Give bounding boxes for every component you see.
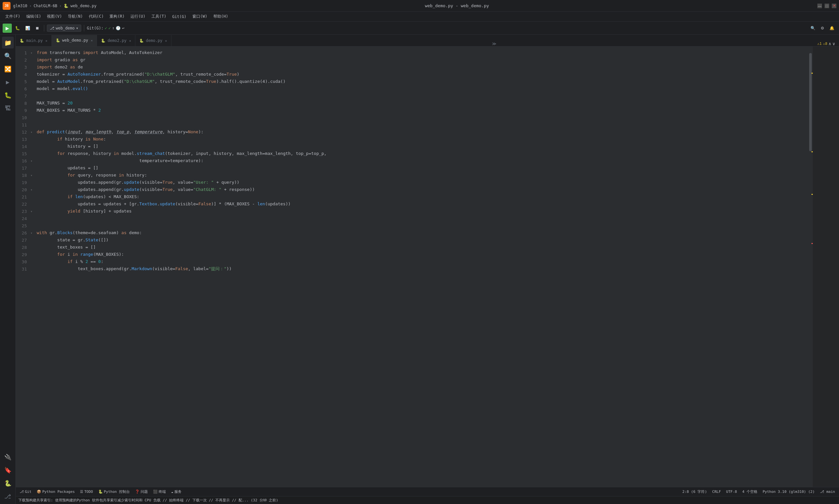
branch-selector[interactable]: ⎇ web_demo ▾	[47, 24, 81, 32]
python-pkg-item[interactable]: 📦 Python Packages	[35, 489, 76, 494]
fold-indicator-12[interactable]: ▾	[29, 130, 34, 134]
menu-refactor[interactable]: 重构(R)	[107, 13, 127, 20]
code-editor[interactable]: from transformers import AutoModel, Auto…	[34, 47, 808, 487]
code-line[interactable]: if len(updates) < MAX_BOXES:	[34, 193, 808, 200]
code-line[interactable]: history = []	[34, 143, 808, 150]
toolbar-coverage-button[interactable]: 📊	[23, 24, 32, 32]
line-separator[interactable]: CRLF	[711, 489, 722, 494]
scrollbar-thumb[interactable]	[809, 53, 812, 151]
notifications-button[interactable]: 🔔	[827, 24, 836, 32]
git-branch-indicator[interactable]: ⎇ main	[819, 489, 836, 494]
indent-setting[interactable]: 4 个空格	[741, 489, 759, 495]
menu-code[interactable]: 代码(C)	[86, 13, 106, 20]
activity-python-icon[interactable]: 🐍	[2, 477, 14, 489]
python-version[interactable]: Python 3.10 (glm310) (2)	[761, 489, 816, 494]
code-line[interactable]: with gr.Blocks(theme=de.seafoam) as demo…	[34, 229, 808, 236]
code-line[interactable]	[34, 92, 808, 100]
menu-help[interactable]: 帮助(H)	[211, 13, 231, 20]
run-button[interactable]: ▶	[3, 23, 12, 33]
code-line[interactable]: model = model.eval()	[34, 85, 808, 92]
errors-nav-up[interactable]: ∧	[828, 41, 831, 46]
menu-window[interactable]: 窗口(W)	[190, 13, 210, 20]
python-console-item[interactable]: 🐍 Python 控制台	[97, 489, 131, 495]
code-line[interactable]: for query, response in history:	[34, 172, 808, 179]
code-line[interactable]: def predict(input, max_length, top_p, te…	[34, 128, 808, 136]
code-line[interactable]: from transformers import AutoModel, Auto…	[34, 49, 808, 56]
git-history-icon[interactable]: 🕐	[116, 26, 121, 31]
services-item[interactable]: ☁ 服务	[170, 489, 183, 495]
code-line[interactable]: if i % 2 == 0:	[34, 258, 808, 265]
code-line[interactable]: for response, history in model.stream_ch…	[34, 150, 808, 157]
menu-file[interactable]: 文件(F)	[3, 13, 23, 20]
code-line[interactable]: MAX_BOXES = MAX_TURNS * 2	[34, 107, 808, 114]
tab-demo2-py[interactable]: 🐍 demo2.py ✕	[97, 35, 135, 46]
fold-indicator-20[interactable]: ▾	[29, 188, 34, 192]
toolbar-debug-button[interactable]: 🐛	[13, 24, 22, 32]
activity-plugins-icon[interactable]: 🔌	[2, 451, 14, 463]
activity-search-icon[interactable]: 🔍	[2, 50, 14, 61]
toolbar-stop-button[interactable]: ⏹	[33, 24, 41, 32]
code-line[interactable]: temperature=temperature):	[34, 157, 808, 164]
git-push-icon[interactable]: ↑	[112, 26, 115, 31]
git-undo-icon[interactable]: ↩	[122, 26, 124, 31]
tabs-overflow-button[interactable]: ≫	[489, 41, 499, 46]
minimize-button[interactable]: —	[817, 4, 822, 8]
fold-indicator-1[interactable]: ▾	[29, 51, 34, 55]
activity-structure-icon[interactable]: 🏗	[2, 102, 14, 114]
fold-indicator-23[interactable]: ▾	[29, 210, 34, 213]
settings-button[interactable]: ⚙	[819, 24, 826, 32]
activity-debug-icon[interactable]: 🐛	[2, 89, 14, 101]
error-badge[interactable]: ⚠8	[823, 41, 827, 46]
code-line[interactable]: updates.append(gr.update(visible=True, v…	[34, 179, 808, 186]
tab-demo-py[interactable]: 🐍 demo.py ✕	[135, 35, 171, 46]
file-encoding[interactable]: UTF-8	[725, 489, 738, 494]
code-line[interactable]	[34, 215, 808, 222]
errors-nav-down[interactable]: ∨	[833, 41, 835, 46]
code-line[interactable]	[34, 114, 808, 121]
activity-project-icon[interactable]: 📁	[2, 37, 14, 49]
tab-main-py[interactable]: 🐍 main.py ✕	[16, 35, 52, 46]
git-check-2[interactable]: ✓	[108, 26, 111, 31]
fold-indicator-16[interactable]: ▾	[29, 159, 34, 163]
problems-item[interactable]: ❓ 问题	[134, 489, 149, 495]
code-line[interactable]: tokenizer = AutoTokenizer.from_pretraine…	[34, 71, 808, 78]
code-line[interactable]: import gradio as gr	[34, 56, 808, 64]
git-status-item[interactable]: ⎇ Git	[18, 489, 33, 494]
menu-tools[interactable]: 工具(T)	[149, 13, 169, 20]
code-line[interactable]: model = AutoModel.from_pretrained("D:\ch…	[34, 78, 808, 85]
todo-item[interactable]: ☰ TODO	[78, 489, 94, 494]
menu-run[interactable]: 运行(U)	[128, 13, 148, 20]
code-line[interactable]: yield [history] + updates	[34, 208, 808, 215]
code-line[interactable]: updates.append(gr.update(visible=True, v…	[34, 186, 808, 193]
tab-main-py-close[interactable]: ✕	[46, 39, 48, 42]
cursor-position[interactable]: 2:8 (6 字符)	[681, 489, 708, 495]
menu-navigate[interactable]: 导航(N)	[65, 13, 86, 20]
tab-demo2-close[interactable]: ✕	[129, 39, 131, 42]
tab-web-demo-py[interactable]: 🐍 web_demo.py ✕	[52, 35, 97, 46]
activity-vcs-icon[interactable]: 🔀	[2, 63, 14, 75]
code-line[interactable]	[34, 222, 808, 229]
menu-edit[interactable]: 编辑(E)	[23, 13, 44, 20]
fold-indicator-26[interactable]: ▾	[29, 231, 34, 235]
code-line[interactable]: text_boxes = []	[34, 244, 808, 251]
code-line[interactable]	[34, 121, 808, 128]
module-name[interactable]: ChatGLM-6B	[34, 4, 57, 8]
code-line[interactable]: state = gr.State([])	[34, 236, 808, 244]
code-line[interactable]: updates = []	[34, 164, 808, 172]
scrollbar[interactable]	[808, 47, 813, 487]
warning-badge[interactable]: ⚠1	[817, 41, 822, 46]
code-line[interactable]: if history is None:	[34, 136, 808, 143]
activity-git-icon[interactable]: ⎇	[2, 490, 14, 502]
code-line[interactable]: text_boxes.append(gr.Markdown(visible=Fa…	[34, 265, 808, 272]
maximize-button[interactable]: □	[825, 4, 829, 8]
git-check-1[interactable]: ✓	[105, 26, 107, 31]
activity-bookmark-icon[interactable]: 🔖	[2, 464, 14, 476]
search-button[interactable]: 🔍	[808, 24, 817, 32]
terminal-item[interactable]: ⬛ 终端	[152, 489, 167, 495]
tab-demo-close[interactable]: ✕	[165, 39, 167, 42]
menu-view[interactable]: 视图(V)	[44, 13, 65, 20]
tab-web-demo-close[interactable]: ✕	[91, 39, 93, 42]
fold-indicator-18[interactable]: ▾	[29, 174, 34, 177]
menu-git[interactable]: Git(G)	[170, 14, 189, 20]
activity-run-icon[interactable]: ▶	[2, 76, 14, 88]
